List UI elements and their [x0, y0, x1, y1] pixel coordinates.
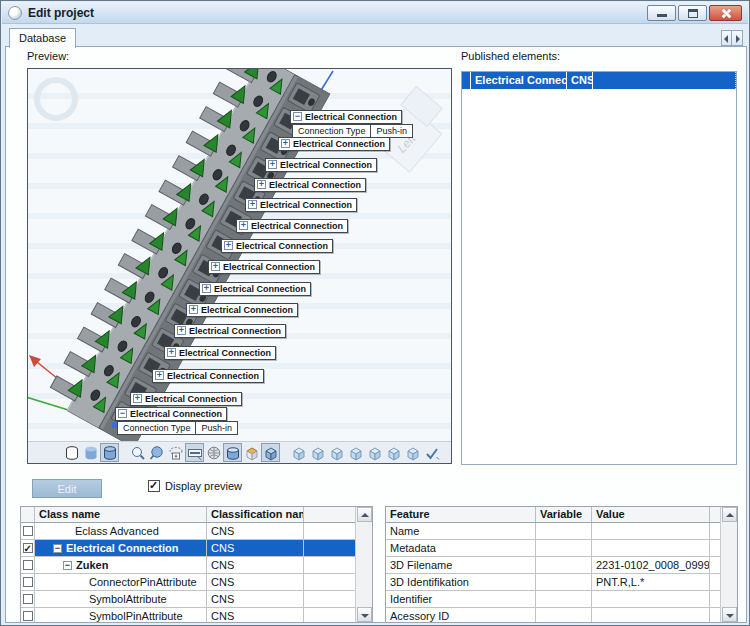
view-cube-right-button[interactable] — [346, 443, 365, 462]
feature-row[interactable]: Acessory ID — [386, 608, 737, 623]
expand-icon[interactable]: + — [133, 394, 142, 403]
expand-icon[interactable]: + — [281, 139, 290, 148]
wireframe-cylinder-button[interactable] — [62, 443, 81, 462]
class-row[interactable]: ConnectorPinAttributeCNS — [21, 574, 372, 591]
close-button[interactable] — [709, 5, 742, 21]
feature-row[interactable]: Identifier — [386, 591, 737, 608]
column-header[interactable]: Variable — [536, 507, 592, 522]
collapse-icon[interactable]: − — [63, 561, 72, 570]
scroll-down-button[interactable] — [357, 607, 372, 622]
connection-callout[interactable]: +Electrical Connection — [164, 341, 276, 360]
feature-table[interactable]: FeatureVariableValueNameMetadata3D Filen… — [385, 506, 738, 623]
connection-callout[interactable]: +Electrical Connection — [221, 234, 333, 253]
feature-row[interactable]: Metadata — [386, 540, 737, 557]
scroll-down-button[interactable] — [722, 607, 737, 622]
class-table[interactable]: Class nameClassification nameEclass Adva… — [20, 506, 373, 623]
view-cube-left-button[interactable] — [327, 443, 346, 462]
class-row[interactable]: SymbolAttributeCNS — [21, 591, 372, 608]
view-cube-front-button[interactable] — [289, 443, 308, 462]
expand-icon[interactable]: + — [211, 262, 220, 271]
column-header[interactable] — [304, 507, 357, 522]
connection-callout[interactable]: +Electrical Connection — [245, 193, 357, 212]
connection-callout[interactable]: +Electrical Connection — [186, 298, 298, 317]
feature-table-scrollbar[interactable] — [720, 507, 737, 622]
checkbox-checked-icon[interactable] — [148, 480, 160, 492]
mesh-sphere-button[interactable] — [204, 443, 223, 462]
view-cube-iso-button[interactable] — [403, 443, 422, 462]
feature-row[interactable]: 3D Filename2231-0102_0008_0999-0962.3db — [386, 557, 737, 574]
expand-icon[interactable]: + — [257, 180, 266, 189]
shaded-cube-button[interactable] — [261, 443, 280, 462]
connection-callout[interactable]: +Electrical Connection — [174, 319, 286, 338]
scroll-up-button[interactable] — [357, 507, 372, 522]
expand-icon[interactable]: + — [155, 371, 164, 380]
collapse-icon[interactable]: − — [118, 409, 127, 418]
expand-icon[interactable]: + — [248, 200, 257, 209]
column-header[interactable]: Value — [592, 507, 710, 522]
preview-3d-viewport[interactable]: Left −Electrical ConnectionConnection Ty… — [27, 68, 452, 464]
class-row[interactable]: −ZukenCNS — [21, 557, 372, 574]
expand-icon[interactable]: + — [224, 241, 233, 250]
expand-icon[interactable]: + — [202, 284, 211, 293]
connection-callout[interactable]: +Electrical Connection — [236, 214, 348, 233]
expand-icon[interactable]: + — [177, 326, 186, 335]
connection-callout[interactable]: −Electrical ConnectionConnection TypePus… — [290, 105, 413, 138]
column-header[interactable]: Feature — [386, 507, 536, 522]
connection-callout[interactable]: +Electrical Connection — [265, 153, 377, 172]
checkbox-unchecked-icon[interactable] — [23, 594, 33, 604]
maximize-button[interactable] — [678, 5, 707, 21]
class-row[interactable]: Eclass AdvancedCNS — [21, 523, 372, 540]
tab-scroll-left-button[interactable] — [721, 30, 732, 46]
connection-callout[interactable]: +Electrical Connection — [254, 173, 366, 192]
row-checkbox-cell[interactable] — [21, 557, 35, 573]
view-cube-top-button[interactable] — [365, 443, 384, 462]
orbit-button[interactable] — [166, 443, 185, 462]
feature-row[interactable]: 3D IdentifikationPNT.R,L.* — [386, 574, 737, 591]
row-checkbox-cell[interactable] — [21, 574, 35, 590]
shaded-cylinder-button[interactable] — [81, 443, 100, 462]
class-row[interactable]: SymbolPinAttributeCNS — [21, 608, 372, 623]
view-cube-bottom-button[interactable] — [384, 443, 403, 462]
connection-callout[interactable]: −Electrical ConnectionConnection TypePus… — [115, 402, 238, 435]
published-element-row[interactable]: Electrical ConnectionCNS — [462, 72, 736, 89]
titlebar[interactable]: Edit project — [2, 2, 748, 24]
minimize-button[interactable] — [647, 5, 676, 21]
connection-callout[interactable]: +Electrical Connection — [130, 387, 242, 406]
checkbox-checked-icon[interactable] — [23, 543, 33, 553]
zoom-button[interactable] — [128, 443, 147, 462]
column-header[interactable] — [21, 507, 35, 522]
edit-button[interactable]: Edit — [32, 479, 102, 498]
checkbox-unchecked-icon[interactable] — [23, 560, 33, 570]
collapse-icon[interactable]: − — [293, 112, 302, 121]
expand-icon[interactable]: + — [268, 160, 277, 169]
checkbox-unchecked-icon[interactable] — [23, 577, 33, 587]
published-elements-list[interactable]: Electrical ConnectionCNS — [461, 71, 737, 465]
tab-scroll-right-button[interactable] — [732, 30, 743, 46]
measure-button[interactable] — [185, 443, 204, 462]
highlight-cube-button[interactable] — [242, 443, 261, 462]
row-checkbox-cell[interactable] — [21, 540, 35, 556]
display-preview-option[interactable]: Display preview — [148, 480, 242, 492]
column-header[interactable]: Classification name — [207, 507, 304, 522]
connection-callout[interactable]: +Electrical Connection — [208, 255, 320, 274]
tab-database[interactable]: Database — [9, 28, 76, 48]
row-checkbox-cell[interactable] — [21, 608, 35, 623]
shaded-edges-cylinder-button[interactable] — [100, 443, 119, 462]
connection-callout[interactable]: +Electrical Connection — [199, 277, 311, 296]
checkbox-unchecked-icon[interactable] — [23, 611, 33, 621]
section-cylinder-button[interactable] — [223, 443, 242, 462]
apply-check-button[interactable] — [422, 443, 441, 462]
column-header[interactable]: Class name — [35, 507, 207, 522]
class-table-scrollbar[interactable] — [355, 507, 372, 622]
collapse-icon[interactable]: − — [53, 544, 62, 553]
expand-icon[interactable]: + — [189, 305, 198, 314]
checkbox-unchecked-icon[interactable] — [23, 526, 33, 536]
row-checkbox-cell[interactable] — [21, 591, 35, 607]
connection-callout[interactable]: +Electrical Connection — [152, 364, 264, 383]
expand-icon[interactable]: + — [167, 348, 176, 357]
expand-icon[interactable]: + — [239, 221, 248, 230]
row-checkbox-cell[interactable] — [21, 523, 35, 539]
view-cube-back-button[interactable] — [308, 443, 327, 462]
class-row[interactable]: −Electrical ConnectionCNS — [21, 540, 372, 557]
zoom-sphere-button[interactable] — [147, 443, 166, 462]
